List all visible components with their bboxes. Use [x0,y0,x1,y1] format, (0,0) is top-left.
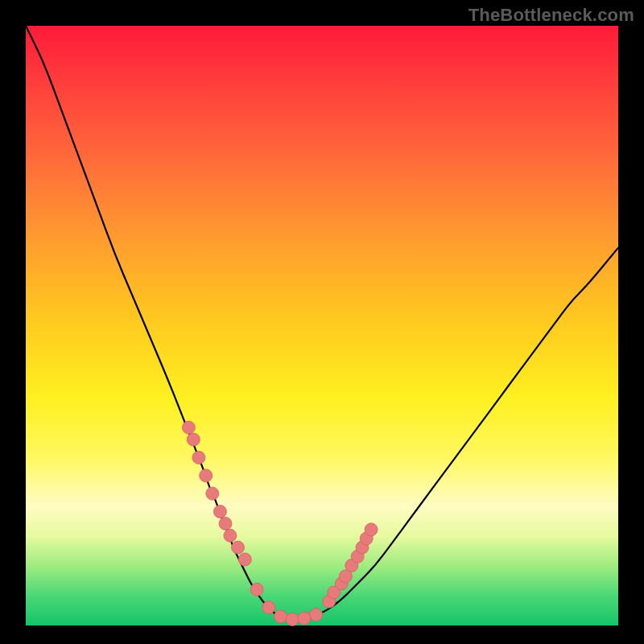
marker-dot [213,506,226,518]
marker-dot [232,541,245,554]
marker-dot [200,469,213,482]
marker-dot [219,517,232,530]
marker-dot [182,421,195,434]
marker-dot [250,583,263,596]
chart-frame [26,26,618,625]
marker-dots [182,421,378,625]
marker-dot [286,613,299,626]
marker-dot [275,610,287,623]
marker-dot [262,601,275,614]
marker-dot [310,609,323,621]
marker-dot [224,529,237,542]
marker-dot [192,451,205,464]
marker-dot [187,433,200,446]
bottleneck-curve [26,26,618,620]
marker-dot [238,553,251,566]
marker-dot [298,612,311,625]
marker-dot [365,523,378,536]
watermark-text: TheBottleneck.com [469,5,634,26]
curve-layer [26,26,618,625]
marker-dot [206,487,219,500]
